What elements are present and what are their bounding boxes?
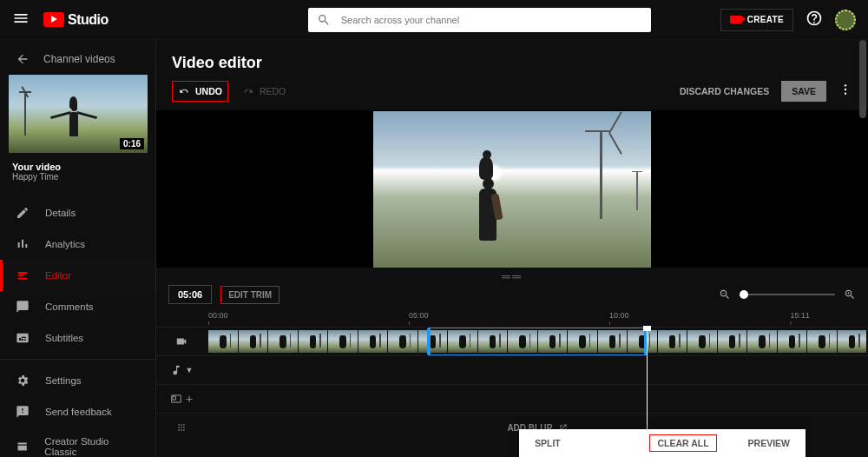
- audio-track-head: ▼: [156, 364, 207, 376]
- timeline-tracks: ▼ + ADD BLUR: [156, 327, 868, 441]
- search-bar[interactable]: [308, 8, 651, 32]
- svg-point-5: [183, 424, 185, 426]
- zoom-in-icon[interactable]: [844, 288, 856, 301]
- save-button[interactable]: SAVE: [781, 81, 826, 102]
- sidebar-item-label: Creator Studio Classic: [44, 436, 140, 457]
- redo-label: REDO: [260, 86, 286, 96]
- audio-track[interactable]: ▼: [156, 355, 868, 384]
- video-meta-label: Your video: [12, 162, 143, 172]
- account-avatar[interactable]: [835, 10, 856, 30]
- edit-trim-button[interactable]: EDIT TRIM: [220, 286, 279, 304]
- svg-point-7: [181, 427, 182, 428]
- topbar-right: CREATE: [720, 9, 856, 31]
- ruler-tick: 05:00: [409, 311, 429, 320]
- sidebar-item-label: Details: [45, 208, 76, 218]
- svg-point-4: [181, 424, 182, 426]
- preview-area: [156, 110, 868, 268]
- video-track[interactable]: [156, 327, 868, 355]
- svg-point-0: [845, 84, 846, 86]
- search-input[interactable]: [339, 14, 642, 26]
- blur-track-head: [156, 421, 207, 434]
- back-to-channel-videos[interactable]: Channel videos: [0, 40, 155, 75]
- sidebar-item-settings[interactable]: Settings: [0, 365, 155, 396]
- video-thumbnail-container: 0:16: [0, 75, 155, 162]
- svg-point-10: [181, 429, 182, 431]
- create-label: CREATE: [747, 15, 784, 24]
- video-meta: Your video Happy Time: [0, 162, 155, 190]
- pencil-icon: [16, 206, 30, 220]
- endscreen-track-head: +: [156, 392, 207, 406]
- classic-icon: [16, 440, 29, 454]
- editor-icon: [16, 268, 30, 282]
- sidebar-item-label: Send feedback: [45, 407, 112, 417]
- music-icon: [170, 364, 182, 376]
- create-button[interactable]: CREATE: [720, 9, 793, 31]
- undo-label: UNDO: [195, 86, 222, 96]
- sidebar-item-label: Comments: [45, 301, 94, 312]
- scrollbar[interactable]: [859, 40, 866, 118]
- search-icon: [317, 13, 331, 27]
- zoom-out-icon[interactable]: [719, 288, 731, 301]
- brand-name: Studio: [68, 12, 108, 28]
- comments-icon: [16, 300, 30, 314]
- gear-icon: [16, 374, 30, 387]
- sidebar-item-comments[interactable]: Comments: [0, 291, 155, 322]
- duration-badge: 0:16: [120, 138, 144, 149]
- endscreen-icon: [170, 393, 182, 405]
- zoom-slider[interactable]: [740, 294, 835, 295]
- editor-content: Video editor UNDO REDO DISCARD CHANGES S…: [156, 40, 868, 457]
- sidebar-item-classic[interactable]: Creator Studio Classic: [0, 427, 155, 457]
- sidebar-item-label: Analytics: [45, 239, 85, 249]
- video-track-head: [156, 335, 207, 348]
- back-label: Channel videos: [43, 53, 115, 65]
- redo-button: REDO: [242, 85, 286, 97]
- sidebar-item-label: Subtitles: [45, 333, 83, 343]
- resize-handle[interactable]: ══: [156, 271, 868, 281]
- sidebar-item-analytics[interactable]: Analytics: [0, 228, 155, 260]
- video-title: Happy Time: [12, 172, 143, 182]
- trim-popup: SPLIT CLEAR ALL PREVIEW: [519, 429, 806, 457]
- svg-point-6: [178, 427, 180, 428]
- discard-changes-button[interactable]: DISCARD CHANGES: [680, 86, 769, 96]
- editor-toolbar: UNDO REDO DISCARD CHANGES SAVE: [156, 81, 868, 110]
- timecode-display[interactable]: 05:06: [168, 285, 212, 304]
- sidebar-item-label: Editor: [45, 270, 71, 281]
- clear-all-button[interactable]: CLEAR ALL: [649, 434, 716, 452]
- split-button[interactable]: SPLIT: [535, 438, 561, 448]
- page-title: Video editor: [156, 40, 868, 81]
- youtube-icon: [43, 12, 64, 27]
- logo[interactable]: Studio: [43, 12, 108, 28]
- plus-icon[interactable]: +: [186, 392, 193, 406]
- topbar: Studio CREATE: [0, 0, 868, 40]
- grid-icon: [175, 421, 187, 434]
- sidebar-item-subtitles[interactable]: Subtitles: [0, 322, 155, 354]
- endscreen-track[interactable]: +: [156, 384, 868, 413]
- ruler-tick: 10:00: [609, 311, 629, 320]
- filmstrip[interactable]: [208, 330, 866, 353]
- timeline-controls: 05:06 EDIT TRIM: [156, 281, 868, 308]
- undo-button[interactable]: UNDO: [172, 81, 228, 102]
- ruler-tick: 15:11: [790, 311, 810, 320]
- hamburger-menu-icon[interactable]: [12, 10, 30, 30]
- sidebar-item-editor[interactable]: Editor: [0, 260, 155, 291]
- sidebar-item-label: Settings: [45, 375, 82, 386]
- record-icon: [730, 16, 742, 23]
- help-icon[interactable]: [806, 10, 823, 30]
- sidebar-item-feedback[interactable]: Send feedback: [0, 396, 155, 427]
- chevron-down-icon[interactable]: ▼: [186, 366, 194, 374]
- video-preview[interactable]: [373, 111, 651, 268]
- arrow-left-icon: [16, 52, 30, 66]
- sidebar-item-details[interactable]: Details: [0, 197, 155, 228]
- svg-point-8: [183, 427, 185, 428]
- svg-point-2: [845, 92, 846, 94]
- subtitles-icon: [16, 331, 30, 345]
- timeline-ruler[interactable]: 00:00 05:00 10:00 15:11: [208, 311, 816, 327]
- camera-icon: [175, 335, 187, 348]
- preview-button[interactable]: PREVIEW: [748, 438, 790, 448]
- undo-icon: [178, 85, 190, 97]
- svg-point-9: [178, 429, 180, 431]
- more-options-icon[interactable]: [838, 83, 852, 100]
- svg-point-11: [183, 429, 185, 431]
- sidebar-nav: Details Analytics Editor Comments Subtit…: [0, 197, 155, 457]
- video-thumbnail[interactable]: 0:16: [9, 75, 148, 153]
